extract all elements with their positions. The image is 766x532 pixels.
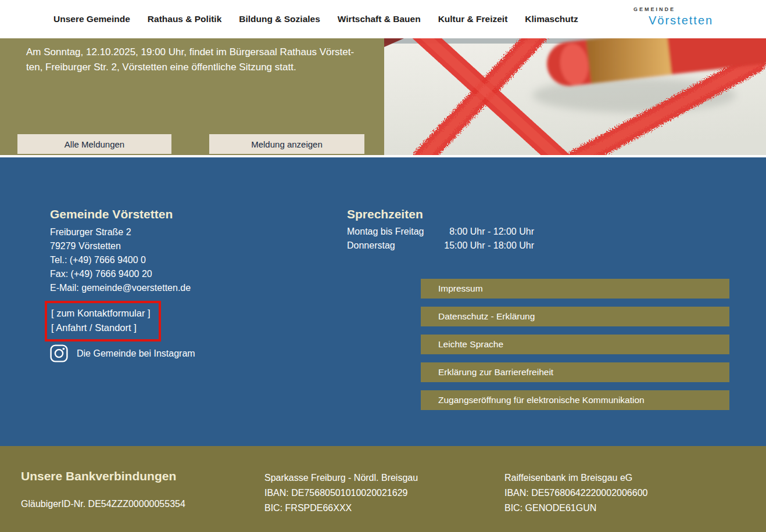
bank-iban: IBAN: DE75680501010020021629 [264,486,418,501]
nav-item-bildung-soziales[interactable]: Bildung & Soziales [239,14,320,24]
bank-raiffeisen-block: Raiffeisenbank im Breisgau eG IBAN: DE57… [504,470,647,516]
bank-name: Raiffeisenbank im Breisgau eG [504,470,647,486]
footer-bank-section: Unsere Bankverbindungen GläubigerID-Nr. … [0,446,766,532]
nav-item-kultur-freizeit[interactable]: Kultur & Freizeit [438,14,508,24]
contact-phone: Tel.: (+49) 7666 9400 0 [50,253,191,267]
footer-contact-section: Gemeinde Vörstetten Freiburger Straße 2 … [0,157,766,446]
election-cross-illustration [384,38,766,155]
nav-item-unsere-gemeinde[interactable]: Unsere Gemeinde [53,14,130,24]
contact-city: 79279 Vörstetten [50,239,191,253]
impressum-link[interactable]: Impressum [421,279,729,299]
contact-fax: Fax: (+49) 7666 9400 20 [50,267,191,281]
all-news-button[interactable]: Alle Meldungen [17,134,171,154]
bank-sparkasse-block: Sparkasse Freiburg - Nördl. Breisgau IBA… [264,470,418,516]
bank-iban: IBAN: DE57680642220002006600 [504,486,647,501]
nav-item-klimaschutz[interactable]: Klimaschutz [525,14,578,24]
page: Unsere Gemeinde Rathaus & Politik Bildun… [0,0,766,532]
top-navigation: Unsere Gemeinde Rathaus & Politik Bildun… [0,0,766,38]
bank-heading: Unsere Bankverbindungen [21,469,176,483]
legal-links-list: Impressum Datenschutz - Erklärung Leicht… [421,279,729,418]
show-news-button[interactable]: Meldung anzeigen [209,134,364,154]
meeting-announcement: Am Sonntag, 12.10.2025, 19:00 Uhr, finde… [0,38,384,75]
office-hours-day: Montag bis Freitag [347,225,434,239]
nav-item-rathaus-politik[interactable]: Rathaus & Politik [148,14,221,24]
barrierefreiheit-link[interactable]: Erklärung zur Barrierefreiheit [421,362,729,382]
bank-bic: BIC: FRSPDE66XXX [264,501,418,516]
news-teaser: Am Sonntag, 12.10.2025, 19:00 Uhr, finde… [0,38,766,155]
zugangseroeffnung-link[interactable]: Zugangseröffnung für elektronische Kommu… [421,390,729,410]
contact-heading: Gemeinde Vörstetten [50,207,191,221]
bank-name: Sparkasse Freiburg - Nördl. Breisgau [264,470,418,486]
contact-street: Freiburger Straße 2 [50,225,191,239]
logo-name: Vörstetten [649,14,720,27]
office-hours-time: 15:00 Uhr - 18:00 Uhr [434,239,534,253]
leichte-sprache-link[interactable]: Leichte Sprache [421,335,729,354]
contact-form-link[interactable]: [ zum Kontaktformular ] [51,306,153,321]
logo-kicker: GEMEINDE [633,6,720,12]
election-cross-photo [384,38,766,155]
instagram-link[interactable]: Die Gemeinde bei Instagram [50,344,195,362]
office-hours-heading: Sprechzeiten [347,207,534,221]
site-logo[interactable]: GEMEINDE Vörstetten [632,6,720,27]
instagram-icon [50,344,68,362]
news-teaser-text-panel: Am Sonntag, 12.10.2025, 19:00 Uhr, finde… [0,38,384,155]
contact-block: Gemeinde Vörstetten Freiburger Straße 2 … [50,207,191,295]
contact-email[interactable]: E-Mail: gemeinde@voerstetten.de [50,281,191,295]
office-hours-day: Donnerstag [347,239,434,253]
creditor-id: GläubigerID-Nr. DE54ZZZ00000055354 [21,499,185,509]
office-hours-block: Sprechzeiten Montag bis Freitag 8:00 Uhr… [347,207,534,253]
office-hours-time: 8:00 Uhr - 12:00 Uhr [434,225,534,239]
directions-link[interactable]: [ Anfahrt / Standort ] [51,321,153,335]
bank-bic: BIC: GENODE61GUN [504,501,647,516]
main-menu: Unsere Gemeinde Rathaus & Politik Bildun… [53,0,578,38]
instagram-label: Die Gemeinde bei Instagram [77,348,195,359]
datenschutz-link[interactable]: Datenschutz - Erklärung [421,307,729,326]
nav-item-wirtschaft-bauen[interactable]: Wirtschaft & Bauen [338,14,421,24]
annotation-highlight-box: [ zum Kontaktformular ] [ Anfahrt / Stan… [45,301,161,342]
